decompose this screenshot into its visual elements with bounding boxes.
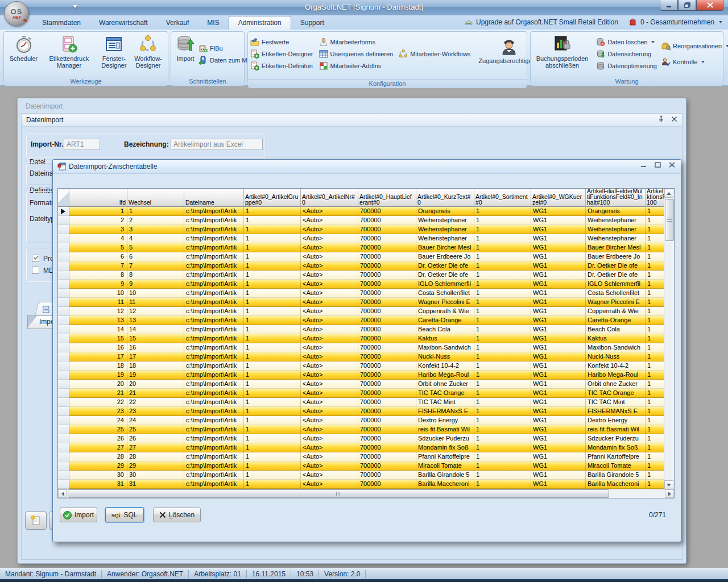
grid-row[interactable]: 44c:\tmp\Import\Artik1<Auto>700000Weihen… (58, 234, 674, 243)
grid-cell[interactable]: 700000 (358, 334, 416, 343)
grid-cell[interactable]: Dr. Oetker Die ofe (416, 271, 474, 280)
grid-row[interactable]: 1414c:\tmp\Import\Artik1<Auto>700000Beac… (58, 325, 674, 334)
company-selector[interactable]: 0 - Gesamtunternehmen (628, 18, 722, 27)
grid-row[interactable]: 77c:\tmp\Import\Artik1<Auto>700000Dr. Oe… (58, 261, 674, 271)
grid-cell[interactable]: <Auto> (301, 380, 358, 389)
row-selector[interactable] (58, 352, 69, 361)
grid-cell[interactable]: c:\tmp\Import\Artik (184, 398, 244, 407)
grid-cell[interactable]: TIC TAC Orange (416, 389, 474, 398)
grid-cell[interactable]: 700000 (358, 361, 416, 371)
grid-cell[interactable]: c:\tmp\Import\Artik (184, 380, 244, 389)
grid-cell[interactable]: <Auto> (301, 398, 358, 407)
kontrolle-button[interactable]: Kontrolle (661, 57, 721, 66)
grid-cell[interactable]: 1 (474, 280, 531, 289)
grid-cell[interactable]: Costa Schollenfilet (586, 289, 646, 298)
grid-cell[interactable]: 1 (127, 207, 184, 216)
grid-cell[interactable]: 1 (474, 343, 531, 352)
grid-cell[interactable]: c:\tmp\Import\Artik (184, 371, 244, 380)
grid-cell[interactable]: 12 (127, 307, 184, 316)
mitarbeiter-addins-button[interactable]: Mitarbeiter-AddIns (319, 61, 394, 70)
grid-cell[interactable]: c:\tmp\Import\Artik (184, 462, 244, 471)
grid-cell[interactable]: 17 (127, 352, 184, 361)
grid-cell[interactable]: WG1 (531, 434, 586, 443)
grid-cell[interactable]: Miracoli Tomate (586, 462, 646, 471)
grid-cell[interactable]: Weihenstephaner (416, 234, 474, 243)
grid-cell[interactable]: 1 (244, 407, 301, 416)
row-selector[interactable] (58, 398, 69, 407)
grid-cell[interactable]: 1 (244, 307, 301, 316)
grid-cell[interactable]: c:\tmp\Import\Artik (184, 443, 244, 452)
grid-cell[interactable]: c:\tmp\Import\Artik (184, 334, 244, 343)
grid-cell[interactable]: Dr. Oetker Die ofe (586, 271, 646, 280)
grid-cell[interactable]: WG1 (531, 316, 586, 325)
grid-cell[interactable]: 15 (127, 334, 184, 343)
child-close-icon[interactable] (669, 162, 675, 168)
grid-cell[interactable]: 1 (474, 352, 531, 361)
grid-cell[interactable]: c:\tmp\Import\Artik (184, 216, 244, 225)
grid-cell[interactable]: 1 (474, 271, 531, 280)
grid-cell[interactable]: 1 (474, 307, 531, 316)
grid-cell[interactable]: 22 (127, 398, 184, 407)
row-selector[interactable] (58, 361, 69, 371)
grid-cell[interactable]: 7 (127, 261, 184, 271)
grid-row[interactable]: 2020c:\tmp\Import\Artik1<Auto>700000Orbi… (58, 380, 674, 389)
row-selector[interactable] (58, 280, 69, 289)
grid-cell[interactable]: 1 (244, 261, 301, 271)
grid-cell[interactable]: 1 (474, 298, 531, 307)
grid-cell[interactable]: 1 (244, 425, 301, 434)
grid-row[interactable]: 1111c:\tmp\Import\Artik1<Auto>700000Wagn… (58, 298, 674, 307)
grid-cell[interactable]: c:\tmp\Import\Artik (184, 343, 244, 352)
grid-cell[interactable]: 24 (127, 416, 184, 425)
app-logo[interactable]: OS .NET (4, 1, 29, 26)
grid-row[interactable]: 1616c:\tmp\Import\Artik1<Auto>700000Maxi… (58, 343, 674, 352)
scroll-up-button[interactable] (664, 189, 673, 198)
grid-cell[interactable]: 1 (474, 416, 531, 425)
row-selector[interactable] (58, 389, 69, 398)
tab-support[interactable]: Support (291, 16, 333, 30)
grid-cell[interactable]: c:\tmp\Import\Artik (184, 425, 244, 434)
grid-cell[interactable]: c:\tmp\Import\Artik (184, 471, 244, 480)
grid-cell[interactable]: 10 (69, 289, 127, 298)
grid-row[interactable]: 2121c:\tmp\Import\Artik1<Auto>700000TIC … (58, 389, 674, 398)
grid-row[interactable]: 2424c:\tmp\Import\Artik1<Auto>700000Dext… (58, 416, 674, 425)
grid-cell[interactable]: WG1 (531, 452, 586, 462)
grid-cell[interactable]: TIC TAC Orange (586, 389, 646, 398)
grid-cell[interactable]: 6 (127, 252, 184, 261)
grid-row[interactable]: 3030c:\tmp\Import\Artik1<Auto>700000Bari… (58, 471, 674, 480)
grid-cell[interactable]: FISHERMANxS E (416, 407, 474, 416)
grid-cell[interactable]: <Auto> (301, 207, 358, 216)
grid-cell[interactable]: WG1 (531, 234, 586, 243)
grid-cell[interactable]: 20 (127, 380, 184, 389)
grid-cell[interactable]: 1 (474, 462, 531, 471)
grid-cell[interactable]: 1 (474, 325, 531, 334)
grid-cell[interactable]: 23 (69, 407, 127, 416)
grid-cell[interactable]: WG1 (531, 325, 586, 334)
grid-cell[interactable]: <Auto> (301, 425, 358, 434)
minimize-button[interactable] (660, 0, 678, 11)
row-selector[interactable] (58, 325, 69, 334)
grid-cell[interactable]: Bauer Erdbeere Jo (586, 252, 646, 261)
grid-cell[interactable]: WG1 (531, 271, 586, 280)
grid-cell[interactable]: c:\tmp\Import\Artik (184, 307, 244, 316)
grid-cell[interactable]: 1 (474, 471, 531, 480)
row-selector[interactable] (58, 371, 69, 380)
grid-cell[interactable]: 1 (474, 289, 531, 298)
grid-cell[interactable]: 1 (244, 234, 301, 243)
grid-cell[interactable]: WG1 (531, 352, 586, 361)
daten-loeschen-button[interactable]: Daten löschen (596, 38, 657, 47)
grid-cell[interactable]: <Auto> (301, 334, 358, 343)
grid-cell[interactable]: 6 (69, 252, 127, 261)
grid-column-header[interactable]: Artikel#0_ArtikelGruppe#0 (244, 189, 301, 207)
grid-cell[interactable]: 700000 (358, 407, 416, 416)
grid-cell[interactable]: 1 (474, 452, 531, 462)
grid-row[interactable]: 1515c:\tmp\Import\Artik1<Auto>700000Kakt… (58, 334, 674, 343)
vertical-scroll-thumb[interactable] (665, 199, 674, 241)
grid-cell[interactable]: WG1 (531, 216, 586, 225)
grid-cell[interactable]: WG1 (531, 443, 586, 452)
grid-cell[interactable]: <Auto> (301, 280, 358, 289)
grid-cell[interactable]: 700000 (358, 271, 416, 280)
grid-cell[interactable]: Nucki-Nuss (586, 352, 646, 361)
grid-cell[interactable]: Sdzucker Puderzu (586, 434, 646, 443)
grid-row[interactable]: 1919c:\tmp\Import\Artik1<Auto>700000Hari… (58, 371, 674, 380)
child-minimize-icon[interactable] (641, 163, 647, 168)
